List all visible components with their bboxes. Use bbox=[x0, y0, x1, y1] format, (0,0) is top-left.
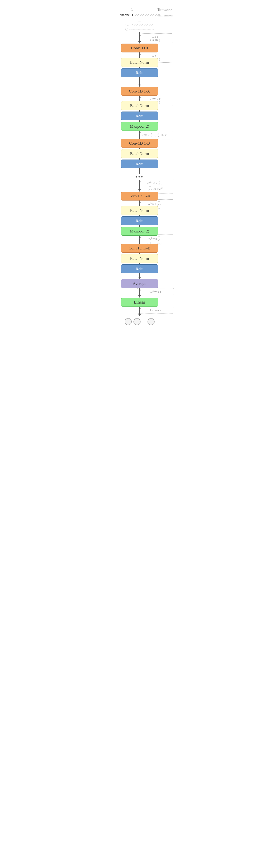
bnKa-row: BatchNorm bbox=[103, 206, 177, 215]
sqrt2k1-annotation: √2KW x 1 bbox=[137, 288, 174, 295]
relu1b-block: Relu bbox=[121, 159, 158, 168]
bn0-row: BatchNorm bbox=[103, 58, 177, 67]
output-circle-1 bbox=[125, 318, 132, 325]
reluKb-block: Relu bbox=[121, 265, 158, 273]
linear-row: Linear bbox=[103, 298, 177, 307]
maxpool1-block: Maxpool(2) bbox=[121, 122, 158, 131]
channel-1-label: channel 1 bbox=[120, 13, 133, 17]
vline-bnKa-reluKa bbox=[140, 215, 140, 216]
frac-T2K: T 2K bbox=[157, 236, 161, 242]
vline-maxpool1-c1b bbox=[140, 134, 140, 139]
frac-THz-K-1: T 2K-1 bbox=[148, 186, 152, 192]
vline-maxpoolK-dot bbox=[140, 236, 140, 237]
vline-relu1b-ellipsis bbox=[140, 168, 140, 174]
reluKa-row: Relu bbox=[103, 216, 177, 225]
conv1a-row: Conv1D 1-A bbox=[103, 87, 177, 96]
sqrt2w-t2-annotation: √2W x T 2 ( X 2 Hz )² bbox=[136, 131, 173, 140]
conv0-row: Conv1D 0 bbox=[103, 43, 177, 53]
vline-c1a-dot bbox=[140, 96, 140, 97]
bn1b-block: BatchNorm bbox=[121, 149, 158, 158]
convKb-block: Conv1D K-B bbox=[121, 244, 158, 253]
vline-bn1b-relu1b bbox=[140, 158, 140, 159]
time-label-1: 1 bbox=[131, 7, 133, 12]
channel-cm1-wave: ∿∿∿∿∿∿∿∿∿∿∿∿∿ bbox=[132, 24, 153, 26]
reluKa-block: Relu bbox=[121, 216, 158, 225]
vline-reluKb-avg bbox=[140, 273, 140, 277]
bn0-block: BatchNorm bbox=[121, 58, 158, 67]
vline-bnKb-reluKb bbox=[140, 263, 140, 265]
vline-bn0-relu bbox=[140, 67, 140, 68]
vline-cKa-bnKa bbox=[140, 204, 140, 206]
vline-ellipsis-convKa bbox=[140, 183, 140, 189]
lclasses-annotation: L classes bbox=[137, 307, 174, 313]
arrow-avg bbox=[138, 277, 141, 279]
maxpoolK-row: Maxpool(2) bbox=[103, 227, 177, 236]
output-circle-3 bbox=[148, 318, 155, 325]
km1-annotation: √2K-1W x T 2K-1 ( T 2K-1 Hz )^2K-1 bbox=[135, 179, 174, 193]
conv1b-block: Conv1D 1-B bbox=[121, 139, 158, 148]
conv0-block: Conv1D 0 bbox=[121, 43, 158, 53]
vline-reluKa-maxpoolK bbox=[140, 225, 140, 227]
average-row: Average bbox=[103, 279, 177, 288]
channel-c-wave: ∿∿∿∿∿∿∿∿∿∿∿∿∿∿∿ bbox=[129, 28, 154, 31]
relu0-block: Relu bbox=[121, 68, 158, 77]
input-ellipsis: ... bbox=[138, 18, 141, 23]
output-circle-2 bbox=[133, 318, 141, 325]
vline-cKa-dot bbox=[140, 200, 140, 202]
bn1b-row: BatchNorm bbox=[103, 149, 177, 158]
vline-maxpool1-dot bbox=[140, 131, 140, 132]
vline-linear-dot bbox=[140, 307, 140, 308]
channel-c-label: C bbox=[125, 27, 128, 31]
input-section: 1 T channel 1 ∿∿∿∿∿∿∿∿∿∿∿∿∿∿∿ ... C-1 ∿∿… bbox=[103, 7, 177, 32]
bnKa-block: BatchNorm bbox=[121, 206, 158, 215]
vline-c1b-bn1b bbox=[140, 148, 140, 149]
channel-cm1-label: C-1 bbox=[126, 23, 131, 27]
maxpoolK-block: Maxpool(2) bbox=[121, 227, 158, 236]
convKb-row: Conv1D K-B bbox=[103, 244, 177, 253]
bn1a-block: BatchNorm bbox=[121, 101, 158, 110]
channel-cm1-row: C-1 ∿∿∿∿∿∿∿∿∿∿∿∿∿ bbox=[126, 23, 154, 27]
convKa-row: Conv1D K-A bbox=[103, 192, 177, 200]
vline-pre-conv0 bbox=[140, 36, 140, 41]
frac-TK-1: T 2K-1 bbox=[157, 180, 162, 186]
average-block: Average bbox=[121, 279, 158, 288]
output-circles: ... bbox=[125, 318, 155, 325]
linear-block: Linear bbox=[121, 298, 158, 307]
output-ellipsis: ... bbox=[142, 319, 146, 324]
vline-input bbox=[140, 32, 140, 34]
frac-T2: T 2 bbox=[150, 132, 153, 138]
vline-c0-bn bbox=[140, 53, 140, 54]
relu1a-row: Relu bbox=[103, 112, 177, 120]
vline-linear-out bbox=[140, 310, 140, 314]
vline-relu1a-maxpool bbox=[140, 120, 140, 122]
relu0-row: Relu bbox=[103, 68, 177, 77]
maxpool1-row: Maxpool(2) bbox=[103, 122, 177, 131]
vline-avg-linear bbox=[140, 291, 140, 296]
vline-c1a-bn1a bbox=[140, 99, 140, 101]
activation-header: activationdimension bbox=[149, 7, 182, 18]
cxt-annotation: C x T( X Hz ) bbox=[138, 33, 173, 43]
arrow-linear bbox=[138, 296, 141, 298]
arrow-conv1a bbox=[138, 85, 141, 87]
bnKb-row: BatchNorm bbox=[103, 254, 177, 263]
vline-cKb-bnKb bbox=[140, 253, 140, 254]
vline-avg-dot bbox=[140, 288, 140, 289]
conv1a-block: Conv1D 1-A bbox=[121, 87, 158, 96]
bnKb-block: BatchNorm bbox=[121, 254, 158, 263]
arrow-output bbox=[138, 314, 141, 316]
relu1a-block: Relu bbox=[121, 112, 158, 120]
vline-bn1a-relu1a bbox=[140, 110, 140, 112]
frac-X2: X 2 bbox=[157, 132, 159, 138]
vline-ellipsis-dot bbox=[140, 180, 140, 181]
relu1b-row: Relu bbox=[103, 159, 177, 168]
reluKb-row: Relu bbox=[103, 265, 177, 273]
conv1b-row: Conv1D 1-B bbox=[103, 139, 177, 148]
convKa-block: Conv1D K-A bbox=[121, 192, 158, 200]
vline-bn0-pre bbox=[140, 55, 140, 58]
vline-relu0-conv1a bbox=[140, 77, 140, 85]
bn1a-row: BatchNorm bbox=[103, 101, 177, 110]
channel-c-row: C ∿∿∿∿∿∿∿∿∿∿∿∿∿∿∿ bbox=[125, 27, 154, 31]
architecture-diagram: 1 T channel 1 ∿∿∿∿∿∿∿∿∿∿∿∿∿∿∿ ... C-1 ∿∿… bbox=[88, 7, 191, 861]
vline-maxpoolK-convKb bbox=[140, 239, 140, 244]
